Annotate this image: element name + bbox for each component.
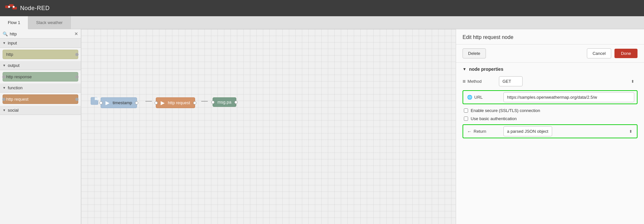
section-header-output[interactable]: ▼ output xyxy=(0,61,81,70)
return-label: Return xyxy=(474,129,486,134)
chevron-input-icon: ▼ xyxy=(3,41,6,45)
cancel-button[interactable]: Cancel xyxy=(587,48,611,58)
node-port-right xyxy=(75,98,79,101)
url-label-container: 🌐 URL xyxy=(467,95,500,100)
method-select-arrow-icon: ⬍ xyxy=(631,79,634,84)
tab-slack-weather[interactable]: Slack weather xyxy=(28,16,71,29)
node-port-right xyxy=(75,53,79,56)
node-label: http request xyxy=(168,100,190,105)
globe-icon: 🌐 xyxy=(467,95,472,100)
tabbar: Flow 1 Slack weather xyxy=(0,16,644,29)
node-port-left xyxy=(2,98,6,101)
auth-label[interactable]: Use basic authentication xyxy=(471,116,517,121)
auth-checkbox-row: Use basic authentication xyxy=(463,116,638,121)
search-input[interactable] xyxy=(10,31,72,36)
section-input-label: input xyxy=(8,41,17,45)
chevron-social-icon: ▼ xyxy=(3,108,6,112)
chevron-function-icon: ▼ xyxy=(3,86,6,90)
canvas-node-msg[interactable]: msg.pa xyxy=(213,97,236,107)
canvas-node-http-request[interactable]: ▶ http request xyxy=(156,97,195,108)
port-left xyxy=(99,101,103,105)
auth-checkbox[interactable] xyxy=(464,117,468,121)
svg-point-4 xyxy=(13,6,15,8)
node-port-left xyxy=(2,75,6,79)
svg-marker-6 xyxy=(95,96,99,101)
delete-button[interactable]: Delete xyxy=(463,48,486,58)
node-item-http-response[interactable]: http response xyxy=(3,72,78,81)
port-right xyxy=(193,101,196,105)
sidebar-search-bar[interactable]: 🔍 ✕ xyxy=(0,29,81,39)
ssl-checkbox[interactable] xyxy=(464,108,468,113)
search-icon: 🔍 xyxy=(3,31,8,36)
section-social-label: social xyxy=(8,108,19,113)
method-row: ≡ Method GET POST PUT DELETE PATCH ⬍ xyxy=(463,76,638,86)
chevron-output-icon: ▼ xyxy=(3,64,6,67)
canvas-connectors xyxy=(81,29,456,224)
section-function-label: function xyxy=(8,85,23,90)
node-item-http-request-func[interactable]: http request xyxy=(3,94,78,104)
method-label-container: ≡ Method xyxy=(463,79,495,84)
section-output-label: output xyxy=(8,63,19,68)
node-label: timestamp xyxy=(113,100,132,105)
topbar: Node-RED xyxy=(0,0,644,16)
node-item-http-input[interactable]: http xyxy=(3,50,78,59)
port-right xyxy=(135,101,138,105)
return-select[interactable]: a parsed JSON object a UTF-8 string a bi… xyxy=(503,126,552,136)
svg-rect-5 xyxy=(91,97,98,105)
url-label: URL xyxy=(474,95,483,100)
panel-title: Edit http request node xyxy=(456,29,644,44)
return-select-wrapper: a parsed JSON object a UTF-8 string a bi… xyxy=(503,126,636,136)
return-label-container: ← Return xyxy=(467,129,500,134)
panel-actions: Delete Cancel Done xyxy=(456,44,644,63)
section-header-social[interactable]: ▼ social xyxy=(0,106,81,115)
url-row: 🌐 URL xyxy=(463,90,638,104)
node-red-logo xyxy=(5,4,17,12)
ssl-checkbox-row: Enable secure (SSL/TLS) connection xyxy=(463,108,638,113)
return-select-arrow-icon: ⬍ xyxy=(629,129,632,134)
search-clear-button[interactable]: ✕ xyxy=(74,31,78,36)
props-header: ▼ node properties xyxy=(463,67,638,72)
port-left xyxy=(211,101,215,104)
flow-canvas[interactable]: ▶ timestamp ▶ http request msg.pa xyxy=(81,29,456,224)
main-layout: 🔍 ✕ ▼ input http ▼ output http response … xyxy=(0,29,644,224)
done-button[interactable]: Done xyxy=(614,49,638,58)
node-label: http request xyxy=(6,97,29,102)
ssl-label[interactable]: Enable secure (SSL/TLS) connection xyxy=(471,108,540,113)
method-icon: ≡ xyxy=(463,79,465,84)
app-title: Node-RED xyxy=(20,5,50,12)
node-port-right xyxy=(75,75,79,79)
method-select-wrapper: GET POST PUT DELETE PATCH ⬍ xyxy=(499,76,638,86)
sidebar: 🔍 ✕ ▼ input http ▼ output http response … xyxy=(0,29,81,224)
chevron-props-icon: ▼ xyxy=(463,67,466,71)
node-label: http xyxy=(6,52,13,57)
node-label: msg.pa xyxy=(217,100,231,105)
svg-point-3 xyxy=(8,6,10,8)
props-title: node properties xyxy=(469,67,503,72)
section-header-input[interactable]: ▼ input xyxy=(0,39,81,48)
canvas-node-timestamp[interactable]: ▶ timestamp xyxy=(101,97,137,108)
method-label: Method xyxy=(467,79,481,84)
return-row: ← Return a parsed JSON object a UTF-8 st… xyxy=(463,124,638,138)
section-header-function[interactable]: ▼ function xyxy=(0,83,81,93)
method-select[interactable]: GET POST PUT DELETE PATCH xyxy=(499,76,523,86)
right-panel: Edit http request node Delete Cancel Don… xyxy=(456,29,644,224)
tab-flow1[interactable]: Flow 1 xyxy=(0,16,28,29)
port-left xyxy=(155,101,158,105)
node-properties-section: ▼ node properties ≡ Method GET POST PUT … xyxy=(456,63,644,142)
node-label: http response xyxy=(6,74,32,79)
url-input[interactable] xyxy=(503,92,634,102)
return-icon: ← xyxy=(467,129,472,134)
port-right xyxy=(234,101,238,104)
